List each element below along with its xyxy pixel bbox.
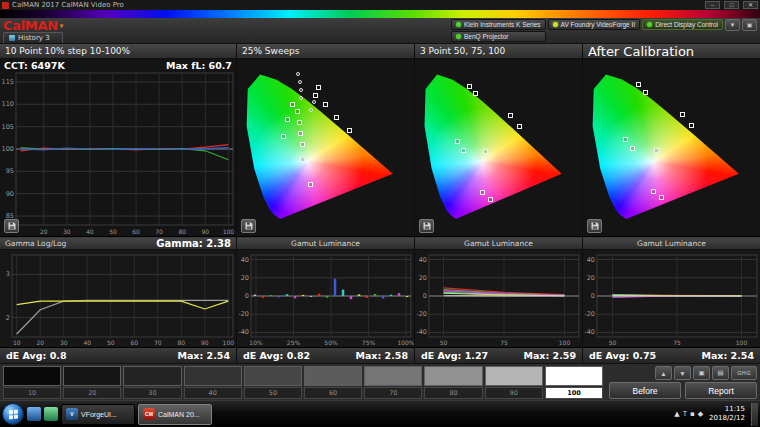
gray-patch[interactable] [123, 366, 181, 386]
svg-text:50: 50 [609, 339, 617, 346]
svg-text:90: 90 [6, 190, 14, 198]
maximize-button[interactable]: □ [724, 1, 739, 9]
quick-launch-icon[interactable] [27, 407, 41, 421]
before-button[interactable]: Before [609, 382, 681, 399]
status-dot-icon [553, 22, 558, 27]
svg-text:10%: 10% [249, 339, 263, 346]
pattern-generator-button[interactable]: AV Foundry VideoForge II [548, 19, 641, 30]
gamut-luminance-chart: 40200-20-4010%25%50%75%100% [237, 250, 414, 347]
svg-text:100%: 100% [397, 339, 414, 346]
gray-patch[interactable] [244, 366, 302, 386]
level-cell[interactable]: 20 [63, 387, 121, 399]
panel-title-bar[interactable]: After Calibration [583, 44, 760, 59]
floppy-disk-icon [7, 221, 17, 231]
tray-status-icon[interactable]: ▪ [690, 410, 695, 418]
measurement-marker [299, 96, 303, 100]
title-bar[interactable]: CalMAN 2017 CalMAN Video Pro – □ ✕ [0, 0, 760, 10]
minimize-button[interactable]: – [705, 1, 720, 9]
save-chart-button[interactable] [587, 219, 602, 233]
show-desktop-button[interactable] [751, 403, 758, 426]
svg-text:100: 100 [736, 339, 748, 346]
svg-text:80: 80 [177, 339, 185, 346]
gray-patch[interactable] [3, 366, 61, 386]
panel-title-bar[interactable]: 10 Point 10% step 10-100% [0, 44, 236, 59]
direct-display-control-button[interactable]: Direct Display Control [642, 19, 723, 30]
panel-title-bar[interactable]: 3 Point 50, 75, 100 [415, 44, 582, 59]
level-cell[interactable]: 40 [184, 387, 242, 399]
svg-text:40: 40 [419, 256, 427, 264]
measurement-marker [290, 102, 295, 107]
save-chart-button[interactable] [241, 219, 256, 233]
tab-history-3[interactable]: History 3 [3, 32, 63, 43]
app-icon [2, 2, 9, 9]
dropdown-mini-button[interactable]: ▼ [725, 19, 740, 31]
measurement-marker [455, 139, 460, 144]
meter-device-button[interactable]: Klein Instruments K Series [451, 19, 546, 30]
cie-diagram [245, 63, 406, 220]
level-cell[interactable]: 60 [304, 387, 362, 399]
gray-patch[interactable] [63, 366, 121, 386]
level-cell[interactable]: 100 [545, 387, 603, 399]
svg-text:110: 110 [2, 100, 14, 108]
level-cell[interactable]: 50 [244, 387, 302, 399]
up-arrow-button[interactable]: ▲ [655, 366, 672, 380]
svg-text:0: 0 [591, 292, 595, 300]
gray-patch[interactable] [424, 366, 482, 386]
device-label: BenQ Projector [464, 33, 508, 40]
taskbar-clock[interactable]: 11:15 2018/2/12 [707, 405, 747, 424]
vforge-app-icon: V [66, 408, 78, 420]
delta-e-bar: dE Avg: 0.8 Max: 2.54 [0, 347, 236, 363]
cie-chart-after [583, 59, 760, 237]
report-button[interactable]: Report [685, 382, 757, 399]
hidden-icons-chevron[interactable]: ▲ [674, 410, 679, 418]
level-cell[interactable]: 30 [123, 387, 181, 399]
quick-launch-icon[interactable] [44, 407, 58, 421]
layout-button[interactable]: ▣ [693, 366, 710, 380]
svg-text:100: 100 [559, 339, 571, 346]
taskbar-app-vforgeui[interactable]: V VForgeUI... [61, 404, 135, 425]
save-chart-button[interactable] [419, 219, 434, 233]
svg-text:0: 0 [245, 292, 249, 300]
input-language-indicator[interactable]: T [683, 410, 687, 418]
svg-text:50: 50 [109, 228, 117, 235]
measurement-marker [630, 146, 635, 151]
panel-grid: 10 Point 10% step 10-100% CCT: 6497K Max… [0, 44, 760, 363]
window-title: CalMAN 2017 CalMAN Video Pro [12, 1, 701, 9]
down-arrow-button[interactable]: ▼ [674, 366, 691, 380]
svg-text:2: 2 [6, 314, 10, 322]
measurement-marker [651, 189, 656, 194]
gray-patch[interactable] [545, 366, 603, 386]
calman-logo[interactable]: CalMAN [3, 19, 58, 32]
save-chart-button[interactable] [4, 219, 19, 233]
start-button[interactable] [2, 403, 24, 425]
floppy-disk-icon [422, 221, 432, 231]
gray-patch[interactable] [364, 366, 422, 386]
gray-patch[interactable] [304, 366, 362, 386]
cie-chart-sweeps [237, 59, 414, 237]
svg-text:75: 75 [500, 339, 508, 346]
level-cell[interactable]: 10 [3, 387, 61, 399]
measurement-marker [296, 72, 300, 76]
layout-mini-button[interactable]: ▣ [742, 19, 757, 31]
panel-title-bar[interactable]: 25% Sweeps [237, 44, 414, 59]
measurement-marker [473, 91, 478, 96]
level-cell[interactable]: 90 [485, 387, 543, 399]
ghg-button[interactable]: GHG [731, 366, 757, 380]
svg-text:75: 75 [673, 339, 681, 346]
svg-text:25%: 25% [287, 339, 301, 346]
close-button[interactable]: ✕ [743, 1, 758, 9]
print-button[interactable]: ▤ [712, 366, 729, 380]
tray-icons: ▲T▪◆ [674, 410, 703, 418]
tray-network-icon[interactable]: ◆ [698, 410, 703, 418]
level-cell[interactable]: 70 [364, 387, 422, 399]
level-cell[interactable]: 80 [424, 387, 482, 399]
svg-text:-20: -20 [584, 310, 595, 318]
panel-after-calibration: After Calibration Gamut Luminance [583, 44, 760, 363]
gray-patch[interactable] [485, 366, 543, 386]
device-label: AV Foundry VideoForge II [561, 21, 636, 28]
taskbar-app-calman[interactable]: CM CalMAN 20... [138, 404, 212, 425]
gray-patch[interactable] [184, 366, 242, 386]
chevron-down-icon[interactable]: ▾ [60, 22, 64, 30]
display-device-button[interactable]: BenQ Projector [451, 31, 546, 42]
svg-text:10: 10 [13, 339, 21, 346]
